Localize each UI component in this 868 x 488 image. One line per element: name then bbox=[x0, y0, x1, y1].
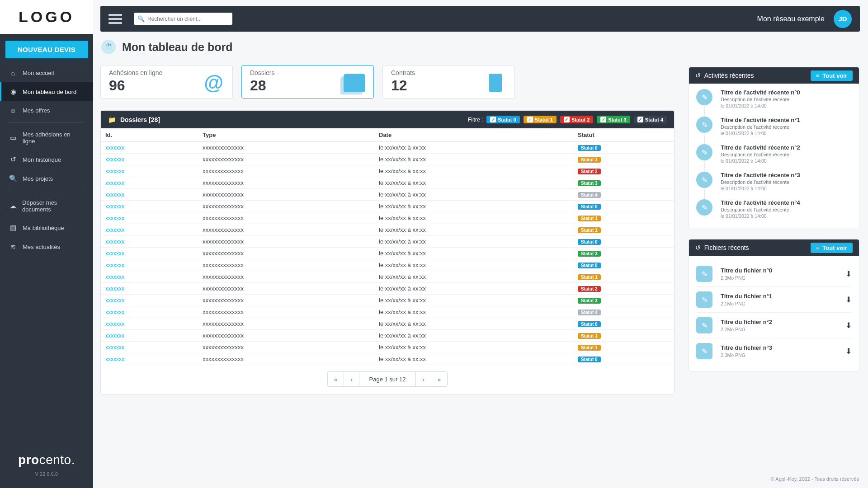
row-id-link[interactable]: xxxxxxx bbox=[105, 239, 124, 245]
row-type: xxxxxxxxxxxxxx bbox=[198, 295, 374, 306]
row-date: le xx/xx/xx à xx:xx bbox=[374, 295, 573, 306]
page-prev-button[interactable]: ‹ bbox=[344, 371, 359, 387]
sidebar-item-2[interactable]: ☺Mes offres bbox=[0, 101, 93, 120]
table-row: xxxxxxxxxxxxxxxxxxxxxle xx/xx/xx à xx:xx… bbox=[101, 201, 674, 212]
activity-item[interactable]: ✎Titre de l'activité récente n°1Descript… bbox=[696, 117, 852, 144]
column-header[interactable]: Date bbox=[374, 128, 573, 142]
page-last-button[interactable]: » bbox=[431, 371, 448, 387]
status-badge: Statut 0 bbox=[578, 145, 601, 151]
row-id-link[interactable]: xxxxxxx bbox=[105, 227, 124, 233]
row-id-link[interactable]: xxxxxxx bbox=[105, 262, 124, 268]
sidebar-item-4[interactable]: ↺Mon historique bbox=[0, 150, 93, 169]
file-meta: 2.2Mo PNG bbox=[721, 327, 772, 332]
activity-date: le 01/01/2022 à 14:00 bbox=[721, 103, 800, 108]
activity-item[interactable]: ✎Titre de l'activité récente n°0Descript… bbox=[696, 89, 852, 117]
table-row: xxxxxxxxxxxxxxxxxxxxxle xx/xx/xx à xx:xx… bbox=[101, 236, 674, 248]
avatar[interactable]: JD bbox=[834, 10, 852, 28]
stat-card-1[interactable]: Dossiers28 bbox=[241, 65, 374, 99]
row-id-link[interactable]: xxxxxxx bbox=[105, 274, 124, 280]
activity-title: Titre de l'activité récente n°0 bbox=[721, 89, 800, 96]
file-icon: ✎ bbox=[696, 291, 712, 308]
file-item[interactable]: ✎Titre du fichier n°12.1Mo PNG⬇ bbox=[696, 287, 852, 313]
column-header[interactable]: Statut bbox=[573, 128, 674, 142]
status-badge: Statut 2 bbox=[578, 286, 601, 292]
status-badge: Statut 0 bbox=[578, 239, 601, 245]
row-id-link[interactable]: xxxxxxx bbox=[105, 145, 124, 151]
folder-icon: 📁 bbox=[108, 116, 116, 123]
activity-item[interactable]: ✎Titre de l'activité récente n°3Descript… bbox=[696, 172, 852, 199]
sidebar-item-5[interactable]: 🔍Mes projets bbox=[0, 169, 93, 188]
stat-card-2[interactable]: Contrats12 bbox=[382, 65, 515, 99]
row-id-link[interactable]: xxxxxxx bbox=[105, 250, 124, 257]
row-id-link[interactable]: xxxxxxx bbox=[105, 321, 124, 327]
activity-title: Titre de l'activité récente n°4 bbox=[721, 199, 800, 206]
file-item[interactable]: ✎Titre du fichier n°02.0Mo PNG⬇ bbox=[696, 261, 852, 287]
stat-card-0[interactable]: Adhésions en ligne96@ bbox=[100, 65, 233, 99]
files-viewall-button[interactable]: ≡ Tout voir bbox=[811, 243, 853, 253]
status-badge: Statut 4 bbox=[578, 192, 601, 198]
sidebar-item-6[interactable]: ☁Déposer mes documents bbox=[0, 194, 93, 218]
files-heading: Fichiers récents bbox=[704, 244, 749, 251]
filter-button-0[interactable]: ✓Statut 0 bbox=[486, 116, 519, 123]
page-first-button[interactable]: « bbox=[327, 371, 344, 387]
download-icon[interactable]: ⬇ bbox=[845, 347, 852, 356]
status-badge: Statut 1 bbox=[578, 227, 601, 233]
menu-toggle-icon[interactable] bbox=[108, 14, 122, 24]
file-item[interactable]: ✎Titre du fichier n°22.2Mo PNG⬇ bbox=[696, 313, 852, 338]
activity-item[interactable]: ✎Titre de l'activité récente n°4Descript… bbox=[696, 199, 852, 221]
column-header[interactable]: Id. bbox=[101, 128, 198, 142]
new-quote-button[interactable]: NOUVEAU DEVIS bbox=[5, 41, 88, 58]
table-row: xxxxxxxxxxxxxxxxxxxxxle xx/xx/xx à xx:xx… bbox=[101, 224, 674, 236]
sidebar-item-7[interactable]: ▤Ma bibliothèque bbox=[0, 218, 93, 237]
sidebar-item-label: Déposer mes documents bbox=[22, 199, 84, 213]
filter-button-1[interactable]: ✓Statut 1 bbox=[524, 116, 557, 123]
filter-button-2[interactable]: ✓Statut 2 bbox=[560, 116, 593, 123]
logo[interactable]: LOGO bbox=[0, 0, 93, 34]
row-id-link[interactable]: xxxxxxx bbox=[105, 297, 124, 304]
row-id-link[interactable]: xxxxxxx bbox=[105, 203, 124, 210]
nav-icon: 🔍 bbox=[9, 174, 17, 183]
search-input[interactable] bbox=[134, 13, 232, 25]
row-id-link[interactable]: xxxxxxx bbox=[105, 356, 124, 362]
activity-icon: ✎ bbox=[696, 144, 712, 160]
activities-viewall-button[interactable]: ≡ Tout voir bbox=[811, 70, 853, 81]
nav-icon: ≋ bbox=[9, 243, 17, 251]
checkbox-icon: ✓ bbox=[490, 117, 496, 122]
row-id-link[interactable]: xxxxxxx bbox=[105, 344, 124, 351]
row-id-link[interactable]: xxxxxxx bbox=[105, 192, 124, 198]
checkbox-icon: ✓ bbox=[600, 117, 606, 122]
download-icon[interactable]: ⬇ bbox=[845, 269, 852, 279]
page-next-button[interactable]: › bbox=[415, 371, 431, 387]
activity-desc: Description de l'activité récente. bbox=[721, 97, 800, 102]
table-row: xxxxxxxxxxxxxxxxxxxxxle xx/xx/xx à xx:xx… bbox=[101, 142, 674, 154]
sidebar-item-0[interactable]: ⌂Mon accueil bbox=[0, 64, 93, 82]
network-label: Mon réseau exemple bbox=[757, 15, 825, 23]
filter-button-4[interactable]: ✓Statut 4 bbox=[634, 116, 667, 123]
file-item[interactable]: ✎Titre du fichier n°32.3Mo PNG⬇ bbox=[696, 338, 852, 364]
list-icon: ≡ bbox=[816, 244, 820, 251]
sidebar-item-8[interactable]: ≋Mes actualités bbox=[0, 237, 93, 256]
download-icon[interactable]: ⬇ bbox=[845, 295, 852, 305]
row-type: xxxxxxxxxxxxxx bbox=[198, 224, 374, 236]
column-header[interactable]: Type bbox=[198, 128, 374, 142]
row-id-link[interactable]: xxxxxxx bbox=[105, 215, 124, 221]
status-badge: Statut 4 bbox=[578, 310, 601, 315]
row-id-link[interactable]: xxxxxxx bbox=[105, 168, 124, 174]
row-id-link[interactable]: xxxxxxx bbox=[105, 309, 124, 315]
checkbox-icon: ✓ bbox=[564, 117, 570, 122]
sidebar-item-3[interactable]: ▭Mes adhésions en ligne bbox=[0, 126, 93, 150]
filter-button-3[interactable]: ✓Statut 3 bbox=[597, 116, 630, 123]
activity-desc: Description de l'activité récente. bbox=[721, 124, 800, 130]
download-icon[interactable]: ⬇ bbox=[845, 321, 852, 330]
activity-icon: ✎ bbox=[696, 89, 712, 105]
row-id-link[interactable]: xxxxxxx bbox=[105, 180, 124, 186]
sidebar-item-1[interactable]: ◉Mon tableau de bord bbox=[0, 82, 93, 101]
row-id-link[interactable]: xxxxxxx bbox=[105, 286, 124, 292]
files-panel: ↺ Fichiers récents ≡ Tout voir ✎Titre du… bbox=[689, 239, 859, 371]
activity-item[interactable]: ✎Titre de l'activité récente n°2Descript… bbox=[696, 144, 852, 172]
dossiers-panel: 📁 Dossiers [28] Filtre : ✓Statut 0✓Statu… bbox=[100, 110, 675, 394]
table-row: xxxxxxxxxxxxxxxxxxxxxle xx/xx/xx à xx:xx… bbox=[101, 189, 674, 201]
row-id-link[interactable]: xxxxxxx bbox=[105, 156, 124, 163]
row-id-link[interactable]: xxxxxxx bbox=[105, 333, 124, 339]
activity-icon: ✎ bbox=[696, 199, 712, 216]
